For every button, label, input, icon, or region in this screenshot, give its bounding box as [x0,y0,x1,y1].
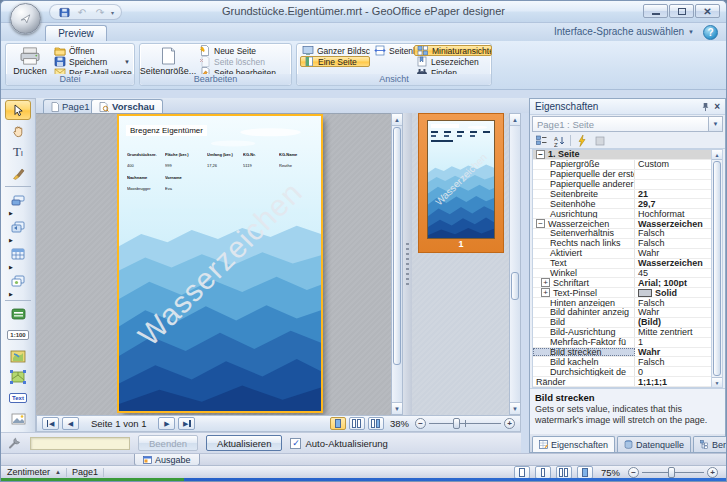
close-panel-icon[interactable]: × [714,102,720,112]
tab-vorschau[interactable]: Vorschau [91,99,163,113]
band-tool[interactable] [5,190,31,210]
aktualisieren-button[interactable]: Aktualisieren [206,435,282,451]
property-row-23[interactable]: Ränder1;1;1;1 [533,377,711,387]
property-row-19[interactable]: Mehrfach-Faktor fü1 [533,338,711,348]
band-tool-dropdown[interactable]: ▶ [1,210,35,216]
zoom-out-button[interactable]: − [415,418,426,429]
property-row-14[interactable]: +Text-PinselSolid [533,288,711,298]
property-row-21[interactable]: Bild kachelnFalsch [533,357,711,367]
property-row-22[interactable]: Durchsichtigkeit de0 [533,367,711,377]
auto-update-checkbox[interactable]: ✓ [290,438,301,449]
property-grid-scrollbar[interactable]: ▲ ▼ [711,150,722,387]
scale-text-tool[interactable]: 1:100 [5,325,31,345]
preview-zoom-slider[interactable]: − + [415,418,515,429]
pin-icon[interactable] [701,102,710,112]
ganzer-bildschirm-button[interactable]: Ganzer Bildschi... [300,45,370,56]
duplicate-tool-dropdown[interactable]: ▶ [1,291,35,297]
units-selector[interactable]: Zentimeter [7,467,50,477]
qat-dropdown-icon[interactable]: ▾ [111,9,114,16]
scroll-down-icon[interactable]: ▼ [510,402,520,414]
neue-seite-button[interactable]: Neue Seite [197,45,288,56]
property-row-3[interactable]: Papierquelle anderer S [533,180,711,190]
expand-icon[interactable]: + [541,278,550,287]
zoom-out-button[interactable]: − [628,467,639,478]
property-row-15[interactable]: Hinten anzeigenFalsch [533,298,711,308]
preview-canvas[interactable]: Wasserzeichen Bregenz Eigentümer Grundst… [36,113,391,415]
undo-icon[interactable]: ↶ [75,6,89,19]
map-frame-tool[interactable] [5,367,31,387]
image-tool[interactable] [5,409,31,429]
property-row-6[interactable]: AusrichtungHochformat [533,209,711,219]
text-label-tool[interactable]: Text [5,388,31,408]
seitengroesse-button[interactable]: Seitengröße... [144,46,192,77]
events-button[interactable] [574,134,589,147]
beenden-button[interactable]: Beenden [138,435,198,451]
tab-preview[interactable]: Preview [45,25,107,41]
alphabetical-sort-button[interactable]: AZ [552,134,567,147]
application-menu-button[interactable] [10,3,41,34]
component-tool-dropdown[interactable]: ▶ [1,237,35,243]
miniaturansichten-button[interactable]: Miniaturansichten [414,45,492,56]
property-row-10[interactable]: AktiviertWahr [533,249,711,259]
scroll-down-icon[interactable]: ▼ [392,402,402,414]
tab-eigenschaften[interactable]: Eigenschaften [532,436,615,452]
categorized-view-button[interactable] [534,134,549,147]
duplicate-tool[interactable] [5,271,31,291]
property-row-4[interactable]: Seitenbreite21 [533,190,711,200]
zoom-slider-thumb[interactable] [668,467,675,478]
canvas-scrollbar[interactable]: ▲ ▼ [391,113,403,415]
tools-icon[interactable] [7,436,22,450]
property-row-1[interactable]: PapiergrößeCustom [533,160,711,170]
panel-splitter[interactable] [403,113,412,415]
help-button[interactable]: ? [703,25,718,40]
property-row-11[interactable]: TextWasserzeichen [533,259,711,269]
expand-icon[interactable]: + [541,288,550,297]
pan-tool[interactable] [5,121,31,141]
drucken-button[interactable]: Drucken [8,46,52,77]
property-row-5[interactable]: Seitenhöhe29,7 [533,199,711,209]
chevron-down-icon[interactable]: ▼ [124,59,130,65]
next-page-button[interactable]: ▶ [158,417,175,430]
property-row-9[interactable]: Rechts nach linksFalsch [533,239,711,249]
auto-update-label[interactable]: Auto-Aktualisierung [305,438,387,449]
status-view-mode-1[interactable] [514,466,530,479]
property-row-20[interactable]: Bild streckenWahr [533,348,711,358]
property-row-2[interactable]: Papierquelle der erste [533,170,711,180]
thumbnail-scrollbar[interactable]: ▲ ▼ [509,113,521,415]
extra-properties-button[interactable] [592,134,607,147]
collapse-icon[interactable]: − [536,150,545,159]
lesezeichen-button[interactable]: Lesezeichen [414,56,492,67]
minimize-button[interactable] [643,4,668,18]
object-selector[interactable]: Page1 : Seite ▼ [532,116,723,132]
scroll-up-icon[interactable]: ▲ [712,150,722,160]
select-tool[interactable] [5,100,31,120]
zoom-slider-thumb[interactable] [453,418,460,429]
two-page-view-button[interactable] [349,417,365,430]
property-row-13[interactable]: +SchriftartArial; 100pt [533,278,711,288]
close-button[interactable]: ✕ [695,4,720,18]
property-row-17[interactable]: Bild(Bild) [533,318,711,328]
zoom-in-button[interactable]: + [504,418,515,429]
eine-seite-button[interactable]: Eine Seite [300,56,370,67]
table-frame-tool[interactable] [5,244,31,264]
single-page-view-button[interactable] [330,417,346,430]
thumbnail-scrollbar-thumb[interactable] [511,272,519,300]
redo-icon[interactable]: ↷ [93,6,107,19]
tab-berichtsbaum[interactable]: Berichtsbaum [693,436,727,452]
property-row-7[interactable]: −WasserzeichenWasserzeichen [533,219,711,229]
scroll-up-icon[interactable]: ▲ [510,114,520,126]
thumbnail-page-1[interactable]: Wasserzeichen 1 [418,113,504,253]
map-tool[interactable] [5,346,31,366]
speichern-button[interactable]: Speichern ▼ [52,56,132,67]
language-selector[interactable]: Interface-Sprache auswählen▼ [554,26,694,37]
zoom-in-button[interactable]: + [707,467,718,478]
status-zoom-slider[interactable]: − + [628,467,718,478]
first-page-button[interactable]: ◀ [42,417,59,430]
canvas-scrollbar-thumb[interactable] [393,127,401,365]
last-page-button[interactable]: ▶ [178,417,195,430]
scroll-down-icon[interactable]: ▼ [712,377,722,387]
tab-datenquelle[interactable]: Datenquelle [617,436,691,452]
status-view-mode-3[interactable] [556,466,572,479]
text-tool[interactable]: TI [5,142,31,162]
status-view-mode-2[interactable] [535,466,551,479]
